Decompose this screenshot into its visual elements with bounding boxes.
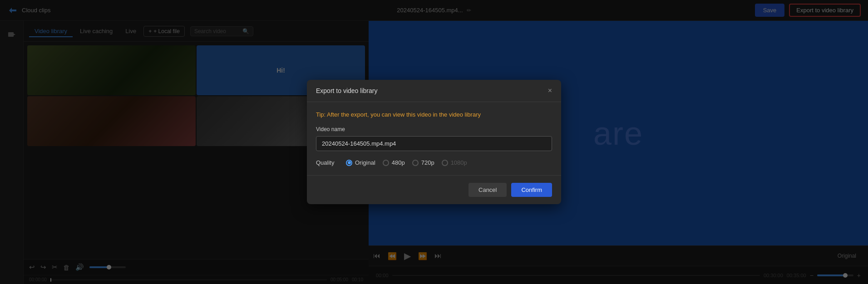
quality-option-original[interactable]: Original	[346, 159, 375, 166]
modal-header: Export to video library ×	[307, 80, 561, 102]
quality-480p-label: 480p	[392, 159, 405, 166]
radio-original-dot	[348, 161, 351, 164]
export-modal: Export to video library × Tip: After the…	[307, 80, 561, 204]
video-name-input[interactable]	[316, 136, 552, 151]
quality-option-480p[interactable]: 480p	[383, 159, 405, 166]
quality-row-label: Quality	[316, 159, 339, 166]
modal-close-button[interactable]: ×	[548, 87, 552, 94]
modal-overlay: Export to video library × Tip: After the…	[0, 0, 868, 284]
quality-original-label: Original	[355, 159, 375, 166]
modal-title: Export to video library	[316, 87, 377, 94]
tip-text: Tip: After the export, you can view this…	[316, 111, 552, 118]
modal-footer: Cancel Confirm	[307, 175, 561, 204]
quality-1080p-label: 1080p	[451, 159, 467, 166]
quality-720p-label: 720p	[421, 159, 434, 166]
radio-1080p	[442, 160, 448, 166]
cancel-button[interactable]: Cancel	[469, 183, 507, 197]
quality-option-720p[interactable]: 720p	[412, 159, 434, 166]
video-name-label: Video name	[316, 126, 552, 132]
radio-original	[346, 160, 352, 166]
radio-720p	[412, 160, 419, 166]
confirm-button[interactable]: Confirm	[511, 183, 552, 197]
quality-row: Quality Original 480p 720p	[316, 159, 552, 166]
radio-480p	[383, 160, 389, 166]
quality-option-1080p: 1080p	[442, 159, 467, 166]
modal-body: Tip: After the export, you can view this…	[307, 102, 561, 175]
